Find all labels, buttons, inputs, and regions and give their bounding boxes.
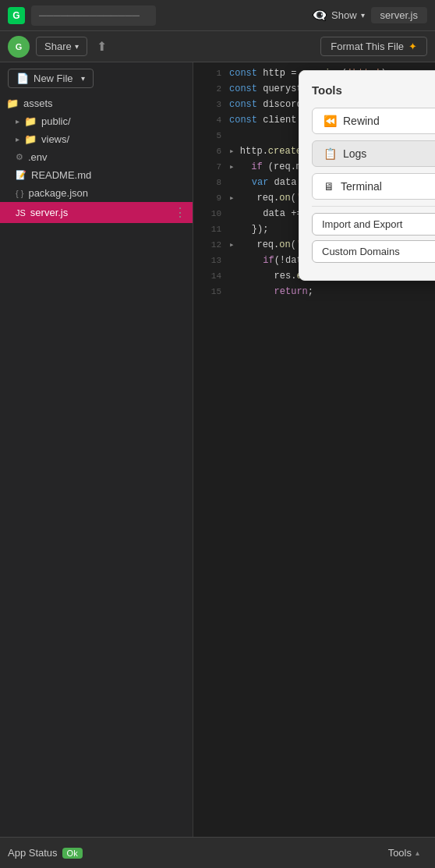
- sidebar-item-views[interactable]: ▸ 📁 views/: [0, 130, 193, 148]
- file-icon: JS: [16, 208, 26, 218]
- terminal-icon: 🖥: [324, 180, 334, 193]
- terminal-button[interactable]: 🖥 Terminal: [312, 173, 435, 200]
- rewind-button[interactable]: ⏪ Rewind: [312, 108, 435, 134]
- top-bar: G ────────────── 👁‍🗨 Show ▾ server.js: [0, 0, 435, 31]
- file-icon: 📝: [16, 170, 27, 180]
- more-icon[interactable]: ⋮: [174, 205, 186, 220]
- sidebar-item-readme[interactable]: 📝 README.md: [0, 166, 193, 184]
- format-button[interactable]: Format This File ✦: [320, 37, 427, 56]
- sidebar-item-public[interactable]: ▸ 📁 public/: [0, 112, 193, 130]
- back-button[interactable]: ⬆: [94, 36, 110, 57]
- tools-panel: Tools ⏪ Rewind 📋 Logs 👆 🖥 Terminal Impor…: [299, 70, 435, 281]
- folder-icon: 📁: [24, 133, 37, 145]
- chevron-up-icon: ▴: [416, 849, 419, 857]
- eyes-icon: 👁‍🗨: [312, 8, 327, 23]
- folder-icon: 📁: [24, 115, 37, 127]
- project-title: ──────────────: [31, 5, 156, 26]
- folder-icon: 📁: [6, 97, 19, 109]
- main-layout: 📄 New File ▾ 📁 assets ▸ 📁 public/ ▸ 📁 vi…: [0, 62, 435, 837]
- app-status: App Status Ok: [8, 847, 83, 859]
- file-tab[interactable]: server.js: [371, 7, 427, 23]
- divider: [312, 206, 435, 207]
- sidebar-item-packagejson[interactable]: { } package.json: [0, 184, 193, 202]
- sidebar: 📄 New File ▾ 📁 assets ▸ 📁 public/ ▸ 📁 vi…: [0, 62, 193, 837]
- sidebar-new-file: 📄 New File ▾: [0, 62, 193, 94]
- sidebar-item-env[interactable]: ⚙ .env: [0, 148, 193, 166]
- sidebar-item-assets[interactable]: 📁 assets: [0, 94, 193, 112]
- logs-icon: 📋: [324, 147, 337, 160]
- avatar: G: [8, 36, 30, 58]
- file-icon: { }: [16, 189, 23, 198]
- chevron-down-icon: ▾: [361, 11, 365, 19]
- logs-button[interactable]: 📋 Logs 👆: [312, 140, 435, 167]
- custom-domains-button[interactable]: Custom Domains: [312, 240, 435, 263]
- import-export-button[interactable]: Import and Export: [312, 213, 435, 236]
- sidebar-item-serverjs[interactable]: JS server.js ⋮: [0, 202, 193, 223]
- arrow-icon: ▸: [16, 135, 19, 143]
- share-button[interactable]: Share ▾: [36, 37, 87, 56]
- second-bar: G Share ▾ ⬆ Format This File ✦: [0, 31, 435, 62]
- bottom-toolbar: App Status Ok Tools ▴: [0, 837, 435, 868]
- new-file-button[interactable]: 📄 New File ▾: [8, 69, 94, 88]
- tools-tab-button[interactable]: Tools ▴: [380, 844, 427, 862]
- chevron-down-icon: ▾: [81, 74, 85, 83]
- rewind-icon: ⏪: [324, 115, 337, 127]
- chevron-down-icon: ▾: [75, 42, 79, 51]
- star-icon: ✦: [408, 41, 417, 52]
- file-icon: ⚙: [16, 152, 23, 162]
- status-ok-badge: Ok: [62, 848, 83, 859]
- code-area: 1const http = require('http'); 2const qu…: [193, 62, 435, 837]
- app-logo: G: [8, 7, 25, 24]
- arrow-icon: ▸: [16, 117, 19, 126]
- file-icon: 📄: [16, 73, 29, 84]
- show-button[interactable]: 👁‍🗨 Show ▾: [312, 8, 365, 23]
- tools-title: Tools: [312, 83, 435, 97]
